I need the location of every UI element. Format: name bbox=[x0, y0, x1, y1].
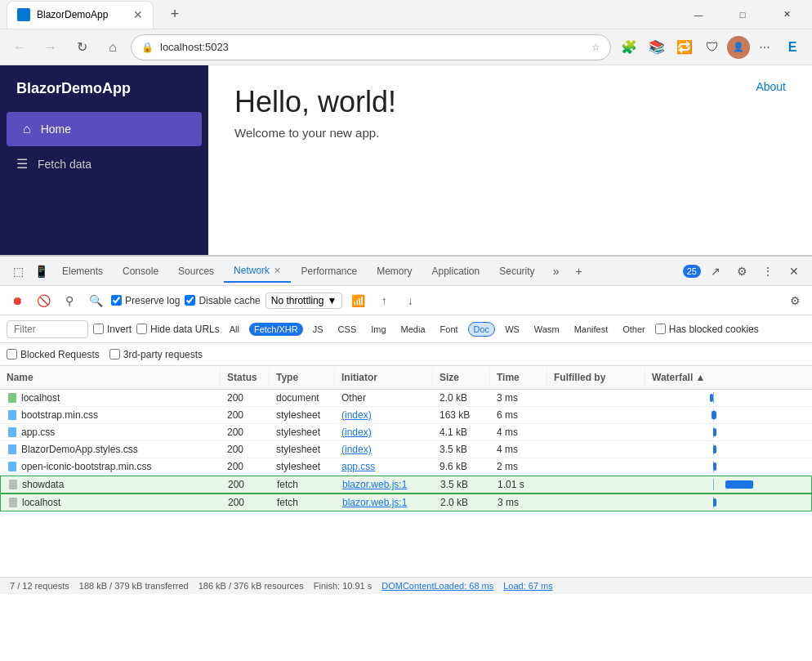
favorites-icon[interactable]: 📚 bbox=[644, 34, 670, 60]
back-button[interactable]: ← bbox=[7, 34, 33, 60]
table-row[interactable]: showdata 200 fetch blazor.web.js:1 3.5 k… bbox=[0, 476, 812, 494]
cell-status: 200 bbox=[221, 390, 270, 406]
cell-initiator: Other bbox=[335, 390, 433, 406]
sidebar-item-home[interactable]: ⌂ Home bbox=[7, 112, 202, 146]
header-status[interactable]: Status bbox=[221, 369, 270, 386]
filter-type-fetch-xhr[interactable]: Fetch/XHR bbox=[249, 323, 303, 336]
status-dom-content[interactable]: DOMContentLoaded: 68 ms bbox=[381, 581, 493, 591]
filter-toggle-button[interactable]: ⚲ bbox=[59, 290, 80, 311]
wifi-icon[interactable]: 📶 bbox=[347, 290, 368, 311]
filter-type-css[interactable]: CSS bbox=[333, 323, 362, 336]
restore-button[interactable]: □ bbox=[724, 0, 761, 29]
edge-icon[interactable]: E bbox=[779, 34, 805, 60]
tab-elements[interactable]: Elements bbox=[52, 261, 113, 282]
invert-checkbox[interactable]: Invert bbox=[93, 324, 132, 335]
copilot-icon[interactable]: 🛡 bbox=[699, 34, 725, 60]
cell-name: open-iconic-bootstrap.min.css bbox=[0, 458, 221, 475]
cell-name: showdata bbox=[1, 476, 221, 493]
table-row[interactable]: BlazorDemoApp.styles.css 200 stylesheet … bbox=[0, 441, 812, 458]
tab-security[interactable]: Security bbox=[489, 261, 544, 282]
about-link[interactable]: About bbox=[756, 80, 786, 93]
tab-memory[interactable]: Memory bbox=[367, 261, 422, 282]
filter-type-doc[interactable]: Doc bbox=[468, 322, 496, 337]
blocked-requests-checkbox[interactable]: Blocked Requests bbox=[7, 349, 100, 360]
address-text: localhost:5023 bbox=[160, 41, 582, 53]
cell-initiator: app.css bbox=[335, 458, 433, 475]
filter-type-all[interactable]: All bbox=[225, 323, 244, 336]
share-icon[interactable]: ↗ bbox=[704, 260, 727, 283]
network-tab-close[interactable]: ✕ bbox=[274, 266, 281, 275]
home-button[interactable]: ⌂ bbox=[100, 34, 126, 60]
more-options-icon[interactable]: ⋮ bbox=[756, 260, 779, 283]
throttle-select[interactable]: No throttling ▼ bbox=[265, 293, 343, 309]
filter-type-manifest[interactable]: Manifest bbox=[569, 323, 613, 336]
third-party-checkbox[interactable]: 3rd-party requests bbox=[109, 349, 203, 360]
header-fulfilled-by[interactable]: Fulfilled by bbox=[547, 369, 645, 386]
page-subtitle: Welcome to your new app. bbox=[234, 126, 786, 140]
browser-tab[interactable]: BlazorDemoApp ✕ bbox=[7, 1, 154, 29]
filter-type-img[interactable]: Img bbox=[366, 323, 390, 336]
devtools-device-icon[interactable]: 📱 bbox=[29, 260, 52, 283]
close-button[interactable]: ✕ bbox=[768, 0, 805, 29]
more-tabs-icon[interactable]: » bbox=[545, 260, 568, 283]
cell-status: 200 bbox=[221, 441, 270, 458]
tab-console[interactable]: Console bbox=[113, 261, 168, 282]
download-icon[interactable]: ↓ bbox=[399, 290, 421, 311]
collections-icon[interactable]: 🔁 bbox=[671, 34, 698, 60]
devtools-inspect-icon[interactable]: ⬚ bbox=[7, 260, 29, 283]
add-tab-icon[interactable]: + bbox=[568, 260, 591, 283]
cell-waterfall bbox=[646, 494, 811, 511]
header-type[interactable]: Type bbox=[270, 369, 335, 386]
filter-bar: Invert Hide data URLs All Fetch/XHR JS C… bbox=[0, 315, 812, 343]
cell-waterfall bbox=[645, 441, 812, 458]
table-row[interactable]: localhost 200 fetch blazor.web.js:1 2.0 … bbox=[0, 494, 812, 511]
filter-type-js[interactable]: JS bbox=[308, 323, 328, 336]
table-row[interactable]: open-iconic-bootstrap.min.css 200 styles… bbox=[0, 458, 812, 476]
cell-time: 4 ms bbox=[490, 441, 547, 458]
filter-type-ws[interactable]: WS bbox=[500, 323, 524, 336]
clear-button[interactable]: 🚫 bbox=[33, 290, 54, 311]
header-name[interactable]: Name bbox=[0, 369, 221, 386]
network-settings-icon[interactable]: ⚙ bbox=[784, 290, 805, 311]
refresh-button[interactable]: ↻ bbox=[69, 34, 95, 60]
table-row[interactable]: localhost 200 document Other 2.0 kB 3 ms bbox=[0, 390, 812, 407]
header-size[interactable]: Size bbox=[433, 369, 490, 386]
status-load[interactable]: Load: 67 ms bbox=[503, 581, 553, 591]
forward-button[interactable]: → bbox=[38, 34, 64, 60]
settings-icon[interactable]: ⚙ bbox=[730, 260, 753, 283]
tab-network[interactable]: Network ✕ bbox=[224, 260, 291, 283]
main-content: About Hello, world! Welcome to your new … bbox=[208, 65, 812, 255]
more-icon[interactable]: ··· bbox=[752, 34, 778, 60]
tab-close-button[interactable]: ✕ bbox=[133, 8, 143, 21]
cell-waterfall bbox=[645, 390, 812, 406]
address-input[interactable]: 🔒 localhost:5023 ☆ bbox=[131, 34, 611, 60]
tab-performance[interactable]: Performance bbox=[291, 261, 367, 282]
profile-avatar[interactable]: 👤 bbox=[727, 36, 750, 59]
preserve-log-checkbox[interactable]: Preserve log bbox=[111, 295, 180, 306]
tab-application[interactable]: Application bbox=[422, 261, 490, 282]
hide-data-urls-checkbox[interactable]: Hide data URLs bbox=[136, 324, 220, 335]
header-initiator[interactable]: Initiator bbox=[335, 369, 433, 386]
upload-icon[interactable]: ↑ bbox=[373, 290, 395, 311]
record-button[interactable]: ⏺ bbox=[7, 290, 28, 311]
filter-type-other[interactable]: Other bbox=[618, 323, 650, 336]
tab-sources[interactable]: Sources bbox=[168, 261, 224, 282]
extensions-icon[interactable]: 🧩 bbox=[616, 34, 642, 60]
search-button[interactable]: 🔍 bbox=[85, 290, 106, 311]
cell-type: stylesheet bbox=[270, 458, 335, 475]
cell-type: stylesheet bbox=[270, 424, 335, 440]
minimize-button[interactable]: — bbox=[680, 0, 717, 29]
table-row[interactable]: app.css 200 stylesheet (index) 4.1 kB 4 … bbox=[0, 424, 812, 441]
has-blocked-cookies-checkbox[interactable]: Has blocked cookies bbox=[655, 324, 759, 335]
close-devtools-icon[interactable]: ✕ bbox=[783, 260, 805, 283]
table-row[interactable]: bootstrap.min.css 200 stylesheet (index)… bbox=[0, 407, 812, 424]
filter-type-media[interactable]: Media bbox=[396, 323, 431, 336]
filter-type-font[interactable]: Font bbox=[435, 323, 463, 336]
filter-type-wasm[interactable]: Wasm bbox=[529, 323, 564, 336]
header-waterfall[interactable]: Waterfall ▲ bbox=[645, 369, 812, 386]
sidebar-item-fetch[interactable]: ☰ Fetch data bbox=[0, 146, 208, 181]
disable-cache-checkbox[interactable]: Disable cache bbox=[185, 295, 260, 306]
filter-input[interactable] bbox=[7, 320, 88, 338]
new-tab-button[interactable]: + bbox=[163, 3, 186, 26]
header-time[interactable]: Time bbox=[490, 369, 547, 386]
